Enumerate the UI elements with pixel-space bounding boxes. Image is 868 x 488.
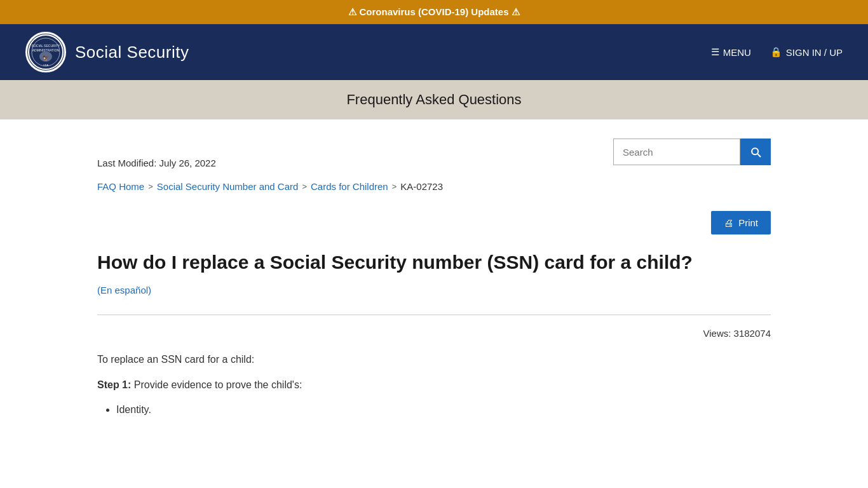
breadcrumb-ssn-card[interactable]: Social Security Number and Card bbox=[157, 181, 299, 192]
en-espanol-link[interactable]: (En español) bbox=[97, 285, 151, 295]
site-logo-link[interactable]: SOCIAL SECURITY ADMINISTRATION 🦅 USA Soc… bbox=[25, 32, 189, 72]
search-meta-row: Last Modified: July 26, 2022 bbox=[97, 139, 771, 168]
signin-button[interactable]: 🔒 SIGN IN / UP bbox=[770, 46, 843, 58]
breadcrumb-faq-home[interactable]: FAQ Home bbox=[97, 181, 144, 192]
menu-button[interactable]: ☰ MENU bbox=[711, 46, 751, 58]
print-icon: 🖨 bbox=[724, 217, 733, 228]
article-intro: To replace an SSN card for a child: bbox=[97, 351, 771, 368]
print-button[interactable]: 🖨 Print bbox=[711, 211, 771, 234]
breadcrumb-sep-1: > bbox=[148, 182, 153, 191]
search-input[interactable] bbox=[613, 139, 740, 165]
lock-icon: 🔒 bbox=[770, 46, 782, 58]
print-label: Print bbox=[738, 217, 758, 228]
breadcrumb-current: KA-02723 bbox=[400, 181, 443, 192]
search-area bbox=[613, 139, 771, 165]
search-icon bbox=[749, 146, 762, 158]
breadcrumb-sep-2: > bbox=[302, 182, 307, 191]
article-title: How do I replace a Social Security numbe… bbox=[97, 250, 771, 274]
site-title: Social Security bbox=[75, 43, 189, 62]
page-subtitle: Frequently Asked Questions bbox=[13, 92, 855, 108]
step1-label: Step 1: bbox=[97, 379, 131, 390]
list-item: Identity. bbox=[116, 402, 771, 418]
signin-label: SIGN IN / UP bbox=[786, 47, 843, 58]
warning-icon-left: ⚠ bbox=[348, 6, 356, 17]
main-container: Last Modified: July 26, 2022 FAQ Home > … bbox=[59, 119, 809, 460]
step1-text: Provide evidence to prove the child's: bbox=[134, 379, 302, 390]
alert-text: Coronavirus (COVID-19) Updates bbox=[359, 6, 508, 17]
logo-seal: SOCIAL SECURITY ADMINISTRATION 🦅 USA bbox=[25, 32, 66, 72]
svg-text:🦅: 🦅 bbox=[43, 55, 49, 61]
article-body: To replace an SSN card for a child: Step… bbox=[97, 351, 771, 418]
article-divider bbox=[97, 315, 771, 315]
search-button[interactable] bbox=[740, 139, 771, 165]
print-row: 🖨 Print bbox=[97, 211, 771, 234]
breadcrumb-cards-children[interactable]: Cards for Children bbox=[311, 181, 388, 192]
svg-text:SOCIAL SECURITY: SOCIAL SECURITY bbox=[32, 44, 60, 48]
menu-icon: ☰ bbox=[711, 46, 719, 58]
menu-label: MENU bbox=[723, 47, 751, 58]
alert-banner: ⚠ Coronavirus (COVID-19) Updates ⚠ bbox=[0, 0, 868, 24]
svg-text:USA: USA bbox=[43, 64, 49, 67]
header-nav: ☰ MENU 🔒 SIGN IN / UP bbox=[711, 46, 843, 58]
breadcrumb: FAQ Home > Social Security Number and Ca… bbox=[97, 181, 771, 192]
article-step1: Step 1: Provide evidence to prove the ch… bbox=[97, 377, 771, 393]
views-count: Views: 3182074 bbox=[97, 328, 771, 339]
page-subtitle-bar: Frequently Asked Questions bbox=[0, 80, 868, 119]
article: How do I replace a Social Security numbe… bbox=[97, 250, 771, 418]
breadcrumb-sep-3: > bbox=[392, 182, 397, 191]
step1-list: Identity. bbox=[116, 402, 771, 418]
last-modified: Last Modified: July 26, 2022 bbox=[97, 139, 216, 168]
site-header: SOCIAL SECURITY ADMINISTRATION 🦅 USA Soc… bbox=[0, 24, 868, 80]
warning-icon-right: ⚠ bbox=[512, 6, 520, 17]
